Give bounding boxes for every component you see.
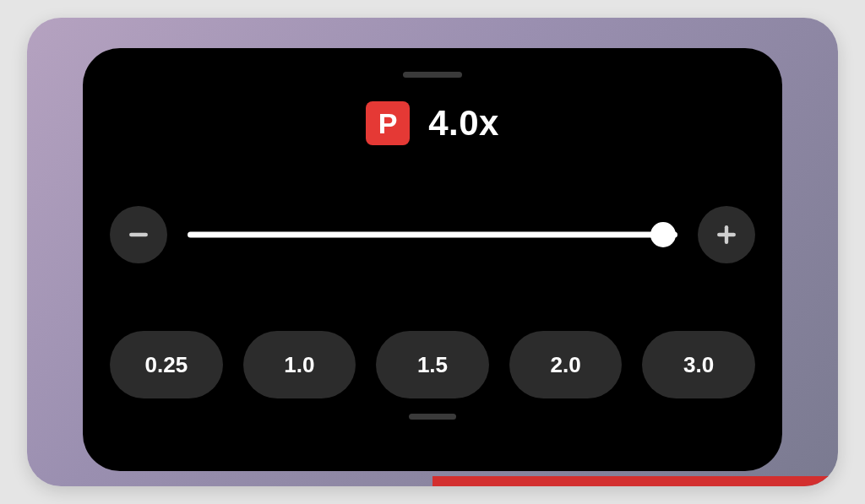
progress-bar[interactable] <box>432 476 838 486</box>
preset-button-1[interactable]: 1.0 <box>243 331 356 398</box>
current-speed-label: 4.0x <box>428 103 499 144</box>
premium-badge-icon: P <box>366 101 410 145</box>
preset-button-3[interactable]: 2.0 <box>509 331 623 398</box>
decrease-speed-button[interactable] <box>110 206 167 263</box>
badge-letter: P <box>378 109 398 138</box>
speed-slider[interactable] <box>188 223 677 247</box>
preset-label: 2.0 <box>551 352 581 378</box>
plus-icon <box>714 222 739 247</box>
speed-header: P 4.0x <box>110 101 755 145</box>
slider-track <box>188 232 677 238</box>
video-player-background: P 4.0x 0.25 <box>27 18 838 486</box>
preset-label: 1.0 <box>284 352 314 378</box>
preset-button-4[interactable]: 3.0 <box>642 331 755 398</box>
speed-presets: 0.25 1.0 1.5 2.0 3.0 <box>110 331 755 398</box>
minus-icon <box>126 222 151 247</box>
home-indicator-icon[interactable] <box>409 414 456 420</box>
speed-slider-row <box>110 206 755 263</box>
drag-handle-icon[interactable] <box>403 72 462 78</box>
preset-label: 1.5 <box>417 352 448 378</box>
speed-control-panel: P 4.0x 0.25 <box>83 48 782 471</box>
increase-speed-button[interactable] <box>698 206 755 263</box>
preset-button-0[interactable]: 0.25 <box>110 331 223 398</box>
preset-label: 0.25 <box>144 352 188 378</box>
preset-label: 3.0 <box>683 352 714 378</box>
slider-thumb[interactable] <box>650 222 676 247</box>
preset-button-2[interactable]: 1.5 <box>376 331 489 398</box>
